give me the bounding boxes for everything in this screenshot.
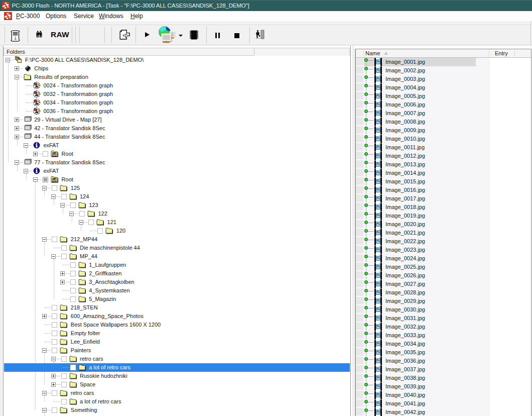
svg-text:R: R bbox=[53, 152, 56, 156]
svg-text:R: R bbox=[53, 178, 56, 181]
